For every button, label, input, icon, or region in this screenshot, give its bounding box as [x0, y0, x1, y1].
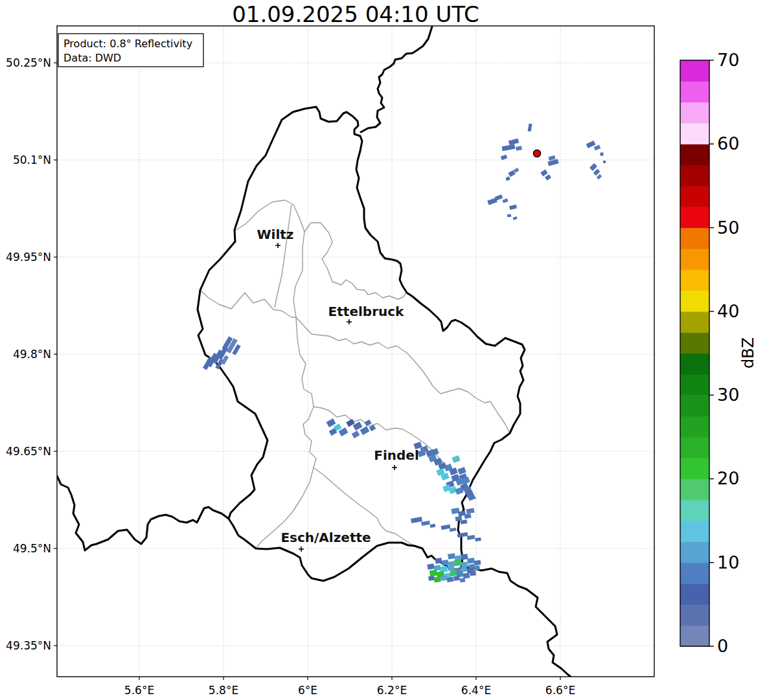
admin-border	[322, 259, 407, 299]
colorbar-segment	[680, 186, 709, 207]
radar-echo-cell	[501, 155, 508, 161]
colorbar-segment	[680, 165, 709, 186]
colorbar-segment	[680, 395, 709, 416]
radar-echo-cell	[514, 168, 520, 173]
radar-echo-cell	[507, 214, 511, 217]
admin-border	[275, 205, 292, 308]
city-label: Esch/Alzette	[280, 530, 371, 545]
radar-echo-cell	[352, 431, 360, 438]
colorbar-tick-label: 30	[717, 385, 739, 405]
x-tick-label: 5.8°E	[209, 684, 238, 697]
radar-echo-cell	[593, 169, 601, 176]
x-tick-label: 6.6°E	[545, 684, 575, 697]
colorbar-segment	[680, 437, 709, 458]
axis-ticks-layer: 5.6°E5.8°E6°E6.2°E6.4°E6.6°E50.25°N50.1°…	[6, 56, 575, 697]
colorbar-tick-label: 0	[717, 636, 728, 656]
x-tick-label: 6.2°E	[377, 684, 407, 697]
radar-echo-cell	[545, 174, 551, 181]
radar-echo-cell	[421, 521, 430, 526]
city-marker-icon	[275, 243, 280, 248]
france-belgium-border	[57, 476, 229, 550]
product-info-box: Product: 0.8° Reflectivity Data: DWD	[58, 34, 203, 67]
radar-echo-cell	[603, 161, 606, 163]
radar-echo-cell	[495, 194, 503, 200]
radar-echo-cell	[411, 517, 422, 523]
radar-echo-cell	[447, 565, 454, 570]
x-tick-label: 6°E	[298, 684, 317, 697]
colorbar-segment	[680, 374, 709, 396]
radar-echo-cell	[448, 553, 455, 559]
gridline-layer	[57, 26, 654, 677]
colorbar-segment	[680, 332, 709, 354]
admin-border	[296, 317, 510, 433]
city-label: Ettelbruck	[328, 304, 404, 319]
city-labels-layer: WiltzEttelbruckFindelEsch/Alzette	[257, 227, 419, 552]
radar-echo-cell	[452, 455, 460, 463]
colorbar-segment	[680, 626, 709, 647]
product-line: Product: 0.8° Reflectivity	[63, 38, 192, 50]
colorbar-segment	[680, 207, 709, 228]
radar-figure: 01.09.2025 04:10 UTC WiltzEttelbruckFind…	[0, 0, 767, 700]
city-label: Findel	[374, 447, 419, 463]
colorbar-tick-label: 70	[717, 50, 739, 70]
colorbar-segment	[680, 311, 709, 333]
radar-echo-cell	[450, 570, 457, 576]
radar-echo-cell	[441, 525, 451, 530]
luxembourg-border	[198, 107, 525, 581]
radar-echo-cell	[428, 576, 435, 581]
colorbar-segment	[680, 123, 709, 144]
colorbar-segment	[680, 249, 709, 270]
radar-echo-cell	[460, 566, 467, 572]
x-tick-label: 6.4°E	[461, 684, 491, 697]
colorbar-tick-label: 40	[717, 301, 739, 321]
colorbar-segment	[680, 521, 709, 542]
radar-echo-cell	[326, 418, 336, 427]
colorbar-segment	[680, 81, 709, 102]
radar-echo-cell	[466, 508, 474, 514]
radar-echo-cell	[433, 576, 441, 582]
colorbar-segment	[680, 269, 709, 291]
colorbar-segment	[680, 541, 709, 563]
radar-echo-cell	[474, 560, 481, 565]
france-germany-border	[461, 568, 571, 677]
radar-echo-cell	[467, 558, 475, 563]
colorbar-segment	[680, 604, 709, 626]
colorbar-segment	[680, 500, 709, 521]
data-source-line: Data: DWD	[63, 52, 121, 64]
city-label: Wiltz	[257, 227, 294, 242]
colorbar-segment	[680, 144, 709, 165]
colorbar-segment	[680, 102, 709, 124]
radar-echo-cell	[475, 537, 481, 541]
colorbar-segment	[680, 563, 709, 584]
radar-echo-cell	[502, 198, 508, 203]
country-borders-layer	[57, 27, 571, 677]
admin-border	[200, 290, 296, 317]
y-tick-label: 50.1°N	[13, 153, 51, 166]
figure-title: 01.09.2025 04:10 UTC	[232, 1, 479, 27]
radar-echo-cell	[470, 570, 476, 576]
y-tick-label: 49.95°N	[6, 251, 51, 264]
radar-site-layer	[534, 150, 541, 157]
colorbar-segment	[680, 416, 709, 437]
admin-border	[293, 232, 304, 317]
radar-echo-cell	[594, 144, 601, 150]
colorbar-unit-label: dBZ	[739, 337, 757, 368]
radar-site-marker	[534, 150, 541, 157]
radar-echo-cell	[601, 153, 604, 156]
colorbar-tick-label: 20	[717, 468, 739, 488]
colorbar-tick-label: 50	[717, 218, 739, 238]
colorbar-segment	[680, 291, 709, 312]
y-tick-label: 49.35°N	[6, 639, 51, 652]
radar-echo-cell	[430, 524, 436, 528]
colorbar-segment	[680, 458, 709, 479]
plot-frame	[57, 26, 654, 677]
radar-echo-cell	[447, 577, 454, 582]
colorbar-segment	[680, 354, 709, 375]
radar-echo-layer	[203, 124, 606, 583]
x-tick-label: 5.6°E	[124, 684, 154, 697]
radar-echo-cell	[453, 576, 460, 581]
radar-echo-cell	[590, 163, 597, 171]
radar-echo-cell	[460, 578, 466, 582]
belgium-germany-border	[361, 27, 432, 132]
y-tick-label: 49.8°N	[13, 348, 51, 361]
